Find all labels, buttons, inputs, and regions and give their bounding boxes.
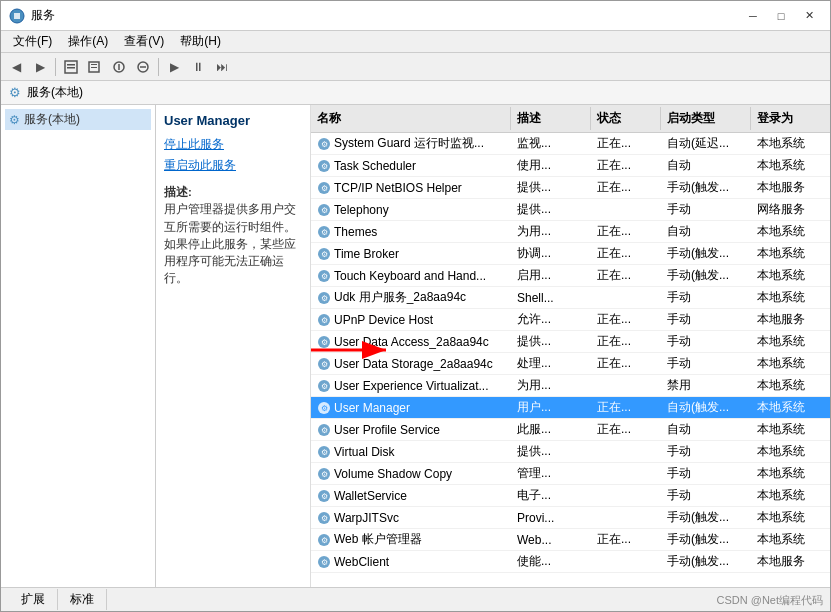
menu-view[interactable]: 查看(V) [116, 31, 172, 52]
table-row[interactable]: ⚙Themes为用...正在...自动本地系统 [311, 221, 830, 243]
service-name: Time Broker [334, 247, 399, 261]
svg-text:⚙: ⚙ [321, 426, 328, 435]
toolbar-btn-7[interactable]: ⏭ [211, 56, 233, 78]
service-name-cell: ⚙User Manager [311, 399, 511, 417]
service-login: 本地系统 [751, 441, 830, 462]
service-startup: 手动 [661, 463, 751, 484]
table-row[interactable]: ⚙Udk 用户服务_2a8aa94cShell...手动本地系统 [311, 287, 830, 309]
service-desc: 管理... [511, 463, 591, 484]
service-startup: 自动(延迟... [661, 133, 751, 154]
table-row[interactable]: ⚙UPnP Device Host允许...正在...手动本地服务 [311, 309, 830, 331]
stop-service-link[interactable]: 停止此服务 [164, 136, 302, 153]
table-row[interactable]: ⚙WebClient使能...手动(触发...本地服务 [311, 551, 830, 573]
col-login[interactable]: 登录为 [751, 107, 830, 130]
table-row[interactable]: ⚙Virtual Disk提供...手动本地系统 [311, 441, 830, 463]
toolbar-btn-5[interactable]: ▶ [163, 56, 185, 78]
service-login: 本地系统 [751, 529, 830, 550]
service-status: 正在... [591, 155, 661, 176]
svg-text:⚙: ⚙ [321, 140, 328, 149]
table-row[interactable]: ⚙TCP/IP NetBIOS Helper提供...正在...手动(触发...… [311, 177, 830, 199]
table-row[interactable]: ⚙Time Broker协调...正在...手动(触发...本地系统 [311, 243, 830, 265]
col-startup[interactable]: 启动类型 [661, 107, 751, 130]
service-startup: 手动(触发... [661, 177, 751, 198]
table-row[interactable]: ⚙System Guard 运行时监视...监视...正在...自动(延迟...… [311, 133, 830, 155]
table-row[interactable]: ⚙Volume Shadow Copy管理...手动本地系统 [311, 463, 830, 485]
service-desc: 允许... [511, 309, 591, 330]
service-name: User Data Access_2a8aa94c [334, 335, 489, 349]
service-name-cell: ⚙User Experience Virtualizat... [311, 377, 511, 395]
service-name: WebClient [334, 555, 389, 569]
svg-text:⚙: ⚙ [321, 228, 328, 237]
service-status [591, 208, 661, 212]
service-login: 本地系统 [751, 507, 830, 528]
service-name-cell: ⚙User Data Access_2a8aa94c [311, 333, 511, 351]
service-startup: 手动 [661, 309, 751, 330]
minimize-button[interactable]: ─ [740, 6, 766, 26]
svg-text:⚙: ⚙ [321, 360, 328, 369]
service-status: 正在... [591, 133, 661, 154]
table-row[interactable]: ⚙Task Scheduler使用...正在...自动本地系统 [311, 155, 830, 177]
table-row[interactable]: ⚙Web 帐户管理器Web...正在...手动(触发...本地系统 [311, 529, 830, 551]
service-name-cell: ⚙Touch Keyboard and Hand... [311, 267, 511, 285]
col-desc[interactable]: 描述 [511, 107, 591, 130]
service-startup: 手动 [661, 287, 751, 308]
toolbar-separator-1 [55, 58, 56, 76]
service-name: Themes [334, 225, 377, 239]
service-login: 本地服务 [751, 309, 830, 330]
service-startup: 自动 [661, 155, 751, 176]
service-status: 正在... [591, 265, 661, 286]
right-panel: 名称 描述 状态 启动类型 登录为 ⚙System Guard 运行时监视...… [311, 105, 830, 587]
panel-area: User Manager 停止此服务 重启动此服务 描述: 用户管理器提供多用户… [156, 105, 830, 587]
menu-action[interactable]: 操作(A) [60, 31, 116, 52]
table-row[interactable]: ⚙Telephony提供...手动网络服务 [311, 199, 830, 221]
service-startup: 手动(触发... [661, 551, 751, 572]
col-name[interactable]: 名称 [311, 107, 511, 130]
service-name-cell: ⚙User Data Storage_2a8aa94c [311, 355, 511, 373]
service-name: Udk 用户服务_2a8aa94c [334, 289, 466, 306]
restart-service-link[interactable]: 重启动此服务 [164, 157, 302, 174]
service-name: System Guard 运行时监视... [334, 135, 484, 152]
toolbar-btn-1[interactable] [60, 56, 82, 78]
svg-text:⚙: ⚙ [321, 184, 328, 193]
toolbar-btn-2[interactable] [84, 56, 106, 78]
service-name: TCP/IP NetBIOS Helper [334, 181, 462, 195]
service-desc: 为用... [511, 221, 591, 242]
service-startup: 手动(触发... [661, 529, 751, 550]
service-startup: 自动 [661, 221, 751, 242]
table-row[interactable]: ⚙User Profile Service此服...正在...自动本地系统 [311, 419, 830, 441]
service-desc: 为用... [511, 375, 591, 396]
service-login: 本地系统 [751, 485, 830, 506]
table-row[interactable]: ⚙User Manager用户...正在...自动(触发...本地系统 [311, 397, 830, 419]
table-row[interactable]: ⚙User Data Storage_2a8aa94c处理...正在...手动本… [311, 353, 830, 375]
table-row[interactable]: ⚙User Data Access_2a8aa94c提供...正在...手动本地… [311, 331, 830, 353]
tab-expand[interactable]: 扩展 [9, 589, 58, 610]
close-button[interactable]: ✕ [796, 6, 822, 26]
service-status [591, 384, 661, 388]
menu-help[interactable]: 帮助(H) [172, 31, 229, 52]
forward-button[interactable]: ▶ [29, 56, 51, 78]
table-row[interactable]: ⚙Touch Keyboard and Hand...启用...正在...手动(… [311, 265, 830, 287]
toolbar-btn-4[interactable] [132, 56, 154, 78]
main-content: ⚙ 服务(本地) User Manager 停止此服务 重启动此服务 描述: 用… [1, 105, 830, 587]
service-name: Touch Keyboard and Hand... [334, 269, 486, 283]
sidebar-item-services[interactable]: ⚙ 服务(本地) [5, 109, 151, 130]
table-row[interactable]: ⚙WalletService电子...手动本地系统 [311, 485, 830, 507]
tab-standard[interactable]: 标准 [58, 589, 107, 610]
services-icon: ⚙ [9, 113, 20, 127]
table-row[interactable]: ⚙User Experience Virtualizat...为用...禁用本地… [311, 375, 830, 397]
toolbar-btn-3[interactable] [108, 56, 130, 78]
service-name-cell: ⚙System Guard 运行时监视... [311, 133, 511, 154]
col-status[interactable]: 状态 [591, 107, 661, 130]
service-name-cell: ⚙Time Broker [311, 245, 511, 263]
service-desc: 此服... [511, 419, 591, 440]
service-status: 正在... [591, 177, 661, 198]
service-name: Virtual Disk [334, 445, 394, 459]
address-icon: ⚙ [9, 85, 21, 100]
toolbar-btn-6[interactable]: ⏸ [187, 56, 209, 78]
maximize-button[interactable]: □ [768, 6, 794, 26]
svg-rect-6 [91, 64, 97, 65]
menu-file[interactable]: 文件(F) [5, 31, 60, 52]
table-row[interactable]: ⚙WarpJITSvcProvi...手动(触发...本地系统 [311, 507, 830, 529]
svg-text:⚙: ⚙ [321, 250, 328, 259]
back-button[interactable]: ◀ [5, 56, 27, 78]
